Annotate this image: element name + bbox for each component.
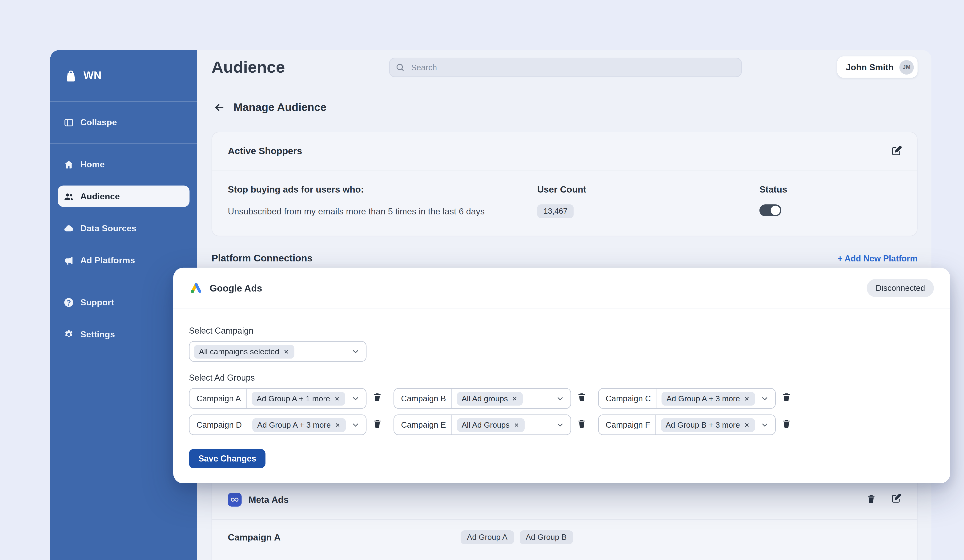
campaign-name: Campaign F <box>606 420 650 430</box>
remove-icon[interactable] <box>744 422 750 428</box>
ad-group-chip-label: All Ad Groups <box>461 420 510 429</box>
sidebar-item-data-sources[interactable]: Data Sources <box>58 218 189 239</box>
field-label: Select Campaign <box>189 326 934 336</box>
pencil-square-icon <box>891 493 902 504</box>
active-shoppers-card: Active Shoppers Stop buying ads for user… <box>212 131 918 236</box>
ad-group-select-campaign-a[interactable]: Campaign A Ad Group A + 1 more <box>189 388 367 409</box>
people-icon <box>63 191 74 201</box>
ad-group-select-campaign-c[interactable]: Campaign C Ad Group A + 3 more <box>598 388 776 409</box>
sidebar-item-home[interactable]: Home <box>58 154 189 175</box>
sidebar-item-label: Data Sources <box>80 223 137 233</box>
home-icon <box>63 159 74 169</box>
remove-icon[interactable] <box>744 395 750 401</box>
ad-group-select-campaign-f[interactable]: Campaign F Ad Group B + 3 more <box>598 414 776 435</box>
ad-group-chip-label: Ad Group B + 3 more <box>666 420 740 429</box>
add-new-platform-link[interactable]: + Add New Platform <box>838 254 918 263</box>
chevron-down-icon[interactable] <box>760 394 769 403</box>
panel-left-icon <box>63 117 74 127</box>
delete-platform-button[interactable] <box>866 493 876 503</box>
app: WN Collaspe Home Audience <box>0 0 964 560</box>
top-bar: Audience John Smith JM <box>212 57 918 78</box>
sidebar-item-label: Settings <box>80 329 115 339</box>
sidebar-item-collapse[interactable]: Collaspe <box>58 112 189 133</box>
user-count-badge: 13,467 <box>537 204 574 218</box>
remove-icon[interactable] <box>512 395 518 401</box>
shopify-bag-icon <box>64 69 78 83</box>
chevron-down-icon[interactable] <box>760 420 769 430</box>
chevron-down-icon[interactable] <box>351 394 360 403</box>
ad-group-select-campaign-d[interactable]: Campaign D Ad Group A + 3 more <box>189 414 367 435</box>
campaign-name: Campaign E <box>401 420 446 430</box>
rule-label: Stop buying ads for users who: <box>228 184 364 195</box>
sidebar-divider <box>50 143 197 144</box>
remove-icon[interactable] <box>283 348 289 354</box>
sidebar-item-audience[interactable]: Audience <box>58 185 189 207</box>
ad-group-chip: Ad Group B + 3 more <box>661 418 755 432</box>
sidebar-divider <box>50 101 197 102</box>
toggle-knob <box>771 206 780 215</box>
sidebar-item-support[interactable]: Support <box>58 292 189 313</box>
ad-group-select-campaign-b[interactable]: Campaign B All Ad groups <box>394 388 571 409</box>
campaign-name: Campaign A <box>228 532 280 542</box>
remove-icon[interactable] <box>334 395 340 401</box>
divider <box>656 389 656 408</box>
user-name: John Smith <box>846 62 894 72</box>
ad-group-select-campaign-e[interactable]: Campaign E All Ad Groups <box>394 414 571 435</box>
save-changes-button[interactable]: Save Changes <box>189 449 266 468</box>
campaign-name: Campaign D <box>197 420 242 430</box>
trash-cell <box>776 392 803 405</box>
trash-icon <box>577 418 587 429</box>
delete-row-button[interactable] <box>782 392 791 403</box>
delete-row-button[interactable] <box>782 418 791 429</box>
ad-group-chip-label: Ad Group A + 3 more <box>257 420 331 429</box>
google-ads-body: Select Campaign All campaigns selected S… <box>173 308 950 468</box>
chevron-down-icon[interactable] <box>351 347 360 356</box>
sidebar-item-ad-platforms[interactable]: Ad Platforms <box>58 250 189 271</box>
trash-cell <box>366 392 394 405</box>
trash-icon <box>577 392 587 403</box>
meta-ads-actions <box>866 493 902 504</box>
trash-icon <box>372 418 382 429</box>
edit-audience-button[interactable] <box>891 145 902 157</box>
divider <box>655 415 656 435</box>
google-ads-header: Google Ads Disconnected <box>173 268 950 308</box>
sidebar-item-label: Support <box>80 297 114 307</box>
edit-platform-button[interactable] <box>891 493 902 504</box>
question-circle-icon <box>63 297 74 307</box>
sidebar-item-settings[interactable]: Settings <box>58 323 189 345</box>
rule-text: Unsubscribed from my emails more than 5 … <box>228 206 485 216</box>
campaign-chip-label: All campaigns selected <box>199 347 279 356</box>
status-label: Status <box>759 184 787 195</box>
campaign-name: Campaign B <box>401 394 446 403</box>
campaign-select[interactable]: All campaigns selected <box>189 341 367 362</box>
google-ads-icon <box>189 281 203 294</box>
ad-group-chip-label: Ad Group A + 1 more <box>257 394 330 403</box>
trash-cell <box>776 418 803 432</box>
campaign-name: Campaign C <box>606 394 651 403</box>
user-menu-button[interactable]: John Smith JM <box>837 57 918 78</box>
section-title: Manage Audience <box>233 101 326 114</box>
chevron-down-icon[interactable] <box>351 420 360 430</box>
remove-icon[interactable] <box>334 422 341 428</box>
chevron-down-icon[interactable] <box>555 394 565 403</box>
pencil-square-icon <box>891 145 902 157</box>
ad-group-chip: Ad Group A + 3 more <box>252 418 346 432</box>
avatar: JM <box>899 60 914 74</box>
chevron-down-icon[interactable] <box>555 420 565 430</box>
remove-icon[interactable] <box>513 422 519 428</box>
divider <box>451 415 452 435</box>
status-toggle[interactable] <box>759 204 782 216</box>
delete-row-button[interactable] <box>577 392 587 403</box>
arrow-left-icon <box>213 101 225 113</box>
trash-cell <box>571 392 598 405</box>
ad-group-chip: All Ad groups <box>457 391 523 405</box>
delete-row-button[interactable] <box>372 418 382 429</box>
delete-row-button[interactable] <box>372 392 382 403</box>
delete-row-button[interactable] <box>577 418 587 429</box>
search-input[interactable] <box>389 58 742 77</box>
divider <box>246 389 247 408</box>
trash-cell <box>571 418 598 432</box>
trash-icon <box>782 392 791 403</box>
back-button[interactable] <box>213 101 225 113</box>
page-title: Audience <box>212 57 285 78</box>
